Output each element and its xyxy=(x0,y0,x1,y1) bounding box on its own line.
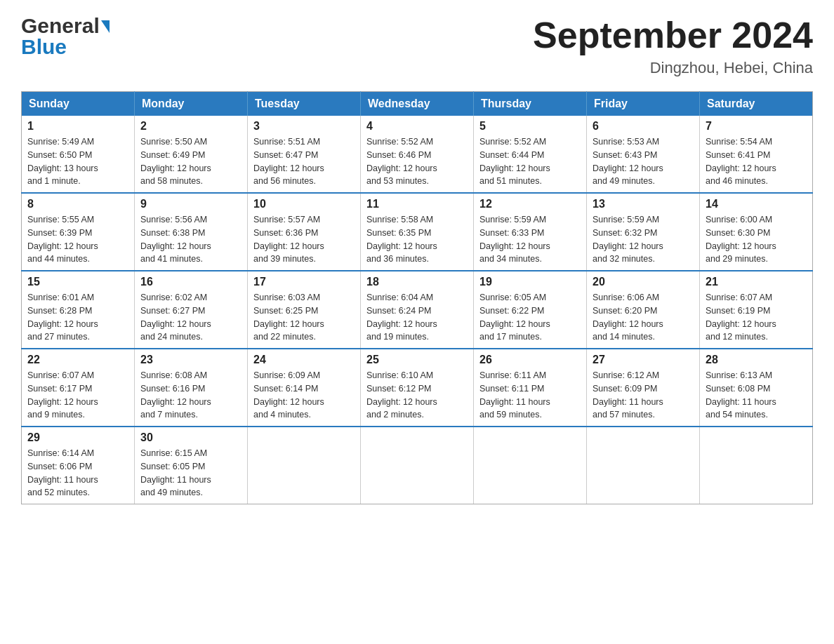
day-number: 25 xyxy=(366,354,468,366)
day-info: Sunrise: 6:02 AM Sunset: 6:27 PM Dayligh… xyxy=(140,291,241,344)
day-cell-16: 16Sunrise: 6:02 AM Sunset: 6:27 PM Dayli… xyxy=(135,271,248,349)
day-info: Sunrise: 6:08 AM Sunset: 6:16 PM Dayligh… xyxy=(140,369,241,422)
header-cell-saturday: Saturday xyxy=(700,92,813,116)
day-number: 16 xyxy=(140,276,241,288)
day-info: Sunrise: 5:57 AM Sunset: 6:36 PM Dayligh… xyxy=(253,213,355,266)
day-cell-22: 22Sunrise: 6:07 AM Sunset: 6:17 PM Dayli… xyxy=(22,349,135,427)
day-cell-2: 2Sunrise: 5:50 AM Sunset: 6:49 PM Daylig… xyxy=(135,116,248,193)
day-cell-29: 29Sunrise: 6:14 AM Sunset: 6:06 PM Dayli… xyxy=(22,427,135,504)
day-info: Sunrise: 5:55 AM Sunset: 6:39 PM Dayligh… xyxy=(27,213,128,266)
day-info: Sunrise: 5:58 AM Sunset: 6:35 PM Dayligh… xyxy=(366,213,468,266)
calendar-subtitle: Dingzhou, Hebei, China xyxy=(533,59,813,77)
empty-cell xyxy=(700,427,813,504)
week-row-4: 22Sunrise: 6:07 AM Sunset: 6:17 PM Dayli… xyxy=(22,349,813,427)
day-number: 20 xyxy=(593,276,694,288)
week-row-3: 15Sunrise: 6:01 AM Sunset: 6:28 PM Dayli… xyxy=(22,271,813,349)
day-info: Sunrise: 6:12 AM Sunset: 6:09 PM Dayligh… xyxy=(593,369,694,422)
day-info: Sunrise: 5:52 AM Sunset: 6:44 PM Dayligh… xyxy=(479,135,581,188)
day-cell-28: 28Sunrise: 6:13 AM Sunset: 6:08 PM Dayli… xyxy=(700,349,813,427)
day-info: Sunrise: 6:04 AM Sunset: 6:24 PM Dayligh… xyxy=(366,291,468,344)
day-cell-8: 8Sunrise: 5:55 AM Sunset: 6:39 PM Daylig… xyxy=(22,193,135,271)
day-number: 15 xyxy=(27,276,128,288)
day-cell-7: 7Sunrise: 5:54 AM Sunset: 6:41 PM Daylig… xyxy=(700,116,813,193)
header-row: SundayMondayTuesdayWednesdayThursdayFrid… xyxy=(22,92,813,116)
day-info: Sunrise: 6:06 AM Sunset: 6:20 PM Dayligh… xyxy=(593,291,694,344)
logo-text: General xyxy=(21,14,110,38)
day-info: Sunrise: 6:10 AM Sunset: 6:12 PM Dayligh… xyxy=(366,369,468,422)
day-cell-24: 24Sunrise: 6:09 AM Sunset: 6:14 PM Dayli… xyxy=(248,349,361,427)
day-cell-17: 17Sunrise: 6:03 AM Sunset: 6:25 PM Dayli… xyxy=(248,271,361,349)
day-number: 4 xyxy=(366,120,468,133)
week-row-1: 1Sunrise: 5:49 AM Sunset: 6:50 PM Daylig… xyxy=(22,116,813,193)
day-cell-18: 18Sunrise: 6:04 AM Sunset: 6:24 PM Dayli… xyxy=(361,271,474,349)
day-cell-15: 15Sunrise: 6:01 AM Sunset: 6:28 PM Dayli… xyxy=(22,271,135,349)
day-info: Sunrise: 5:56 AM Sunset: 6:38 PM Dayligh… xyxy=(140,213,241,266)
day-number: 1 xyxy=(27,120,128,133)
day-number: 28 xyxy=(706,354,807,366)
day-cell-6: 6Sunrise: 5:53 AM Sunset: 6:43 PM Daylig… xyxy=(587,116,700,193)
day-info: Sunrise: 6:05 AM Sunset: 6:22 PM Dayligh… xyxy=(479,291,581,344)
day-info: Sunrise: 5:50 AM Sunset: 6:49 PM Dayligh… xyxy=(140,135,241,188)
day-info: Sunrise: 6:07 AM Sunset: 6:17 PM Dayligh… xyxy=(27,369,128,422)
day-number: 22 xyxy=(27,354,128,366)
day-cell-25: 25Sunrise: 6:10 AM Sunset: 6:12 PM Dayli… xyxy=(361,349,474,427)
day-info: Sunrise: 6:15 AM Sunset: 6:05 PM Dayligh… xyxy=(140,447,241,499)
logo-general-text: General xyxy=(21,14,100,38)
day-info: Sunrise: 6:00 AM Sunset: 6:30 PM Dayligh… xyxy=(706,213,807,266)
calendar-header: SundayMondayTuesdayWednesdayThursdayFrid… xyxy=(22,92,813,116)
day-number: 13 xyxy=(593,198,694,210)
week-row-2: 8Sunrise: 5:55 AM Sunset: 6:39 PM Daylig… xyxy=(22,193,813,271)
page-header: General Blue September 2024 Dingzhou, He… xyxy=(21,14,813,77)
day-info: Sunrise: 5:51 AM Sunset: 6:47 PM Dayligh… xyxy=(253,135,355,188)
header-cell-friday: Friday xyxy=(587,92,700,116)
day-number: 12 xyxy=(479,198,581,210)
header-cell-wednesday: Wednesday xyxy=(361,92,474,116)
day-cell-3: 3Sunrise: 5:51 AM Sunset: 6:47 PM Daylig… xyxy=(248,116,361,193)
empty-cell xyxy=(587,427,700,504)
day-cell-13: 13Sunrise: 5:59 AM Sunset: 6:32 PM Dayli… xyxy=(587,193,700,271)
day-info: Sunrise: 5:53 AM Sunset: 6:43 PM Dayligh… xyxy=(593,135,694,188)
day-cell-26: 26Sunrise: 6:11 AM Sunset: 6:11 PM Dayli… xyxy=(474,349,587,427)
day-number: 8 xyxy=(27,198,128,210)
day-cell-9: 9Sunrise: 5:56 AM Sunset: 6:38 PM Daylig… xyxy=(135,193,248,271)
day-info: Sunrise: 5:54 AM Sunset: 6:41 PM Dayligh… xyxy=(706,135,807,188)
day-number: 11 xyxy=(366,198,468,210)
week-row-5: 29Sunrise: 6:14 AM Sunset: 6:06 PM Dayli… xyxy=(22,427,813,504)
header-cell-monday: Monday xyxy=(135,92,248,116)
day-info: Sunrise: 6:01 AM Sunset: 6:28 PM Dayligh… xyxy=(27,291,128,344)
day-info: Sunrise: 5:59 AM Sunset: 6:32 PM Dayligh… xyxy=(593,213,694,266)
day-number: 21 xyxy=(706,276,807,288)
empty-cell xyxy=(361,427,474,504)
day-number: 18 xyxy=(366,276,468,288)
day-number: 19 xyxy=(479,276,581,288)
day-info: Sunrise: 6:03 AM Sunset: 6:25 PM Dayligh… xyxy=(253,291,355,344)
day-number: 2 xyxy=(140,120,241,133)
header-cell-thursday: Thursday xyxy=(474,92,587,116)
calendar-title: September 2024 xyxy=(533,14,813,56)
day-number: 26 xyxy=(479,354,581,366)
header-cell-sunday: Sunday xyxy=(22,92,135,116)
day-cell-14: 14Sunrise: 6:00 AM Sunset: 6:30 PM Dayli… xyxy=(700,193,813,271)
day-cell-19: 19Sunrise: 6:05 AM Sunset: 6:22 PM Dayli… xyxy=(474,271,587,349)
logo-triangle-icon xyxy=(101,20,110,33)
logo-blue-text: Blue xyxy=(21,35,67,59)
day-number: 23 xyxy=(140,354,241,366)
day-number: 17 xyxy=(253,276,355,288)
day-info: Sunrise: 5:59 AM Sunset: 6:33 PM Dayligh… xyxy=(479,213,581,266)
day-cell-23: 23Sunrise: 6:08 AM Sunset: 6:16 PM Dayli… xyxy=(135,349,248,427)
day-info: Sunrise: 5:49 AM Sunset: 6:50 PM Dayligh… xyxy=(27,135,128,188)
day-cell-21: 21Sunrise: 6:07 AM Sunset: 6:19 PM Dayli… xyxy=(700,271,813,349)
day-number: 14 xyxy=(706,198,807,210)
empty-cell xyxy=(248,427,361,504)
day-cell-20: 20Sunrise: 6:06 AM Sunset: 6:20 PM Dayli… xyxy=(587,271,700,349)
day-info: Sunrise: 5:52 AM Sunset: 6:46 PM Dayligh… xyxy=(366,135,468,188)
day-number: 3 xyxy=(253,120,355,133)
day-cell-4: 4Sunrise: 5:52 AM Sunset: 6:46 PM Daylig… xyxy=(361,116,474,193)
day-cell-12: 12Sunrise: 5:59 AM Sunset: 6:33 PM Dayli… xyxy=(474,193,587,271)
day-number: 5 xyxy=(479,120,581,133)
day-cell-1: 1Sunrise: 5:49 AM Sunset: 6:50 PM Daylig… xyxy=(22,116,135,193)
header-cell-tuesday: Tuesday xyxy=(248,92,361,116)
day-number: 29 xyxy=(27,431,128,444)
day-info: Sunrise: 6:11 AM Sunset: 6:11 PM Dayligh… xyxy=(479,369,581,422)
day-number: 27 xyxy=(593,354,694,366)
